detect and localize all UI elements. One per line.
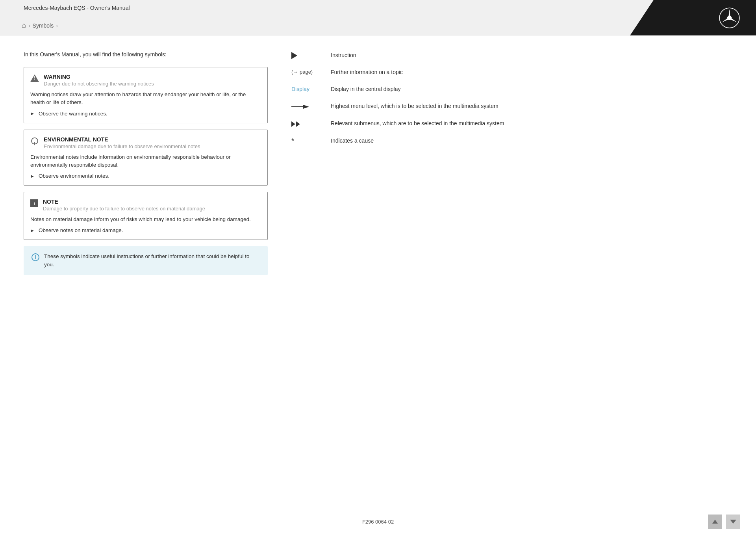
environmental-arrow-icon: ► [30,174,35,178]
environmental-instruction-text: Observe environmental notes. [39,173,109,179]
symbol-row-display: Display Display in the central display [291,85,732,93]
page-footer: F296 0064 02 [0,508,756,535]
symbol-desc-instruction: Instruction [331,51,732,59]
note-instruction-text: Observe notes on material damage. [39,227,123,233]
breadcrumb-symbols[interactable]: Symbols [33,22,54,29]
manual-title: Mercedes-Maybach EQS - Owner's Manual [24,5,130,11]
note-body: Notes on material damage inform you of r… [30,215,259,223]
symbol-desc-display: Display in the central display [331,85,732,93]
symbol-row-asterisk: * Indicates a cause [291,137,732,145]
environmental-box: ENVIRONMENTAL NOTE Environmental damage … [24,130,268,186]
symbol-icon-menu-arrow [291,102,323,111]
note-icon-box: i [30,199,38,207]
warning-subtitle: Danger due to not observing the warning … [44,81,154,87]
environmental-instruction: ► Observe environmental notes. [30,173,259,179]
warning-arrow-icon: ► [30,111,35,116]
environmental-subtitle: Environmental damage due to failure to o… [44,143,200,149]
footer-code: F296 0064 02 [257,519,498,525]
note-instruction: ► Observe notes on material damage. [30,227,259,233]
right-column: Instruction (→ page) Further information… [291,51,732,492]
note-title: NOTE [43,199,205,205]
warning-body: Warning notices draw your attention to h… [30,91,259,107]
note-title-block: NOTE Damage to property due to failure t… [43,199,205,212]
svg-marker-5 [303,105,309,109]
note-icon: i [30,199,38,207]
note-header: i NOTE Damage to property due to failure… [30,199,259,212]
page-header: Mercedes-Maybach EQS - Owner's Manual ⌂ … [0,0,756,35]
chevron-up-icon [712,520,718,524]
warning-box: WARNING Danger due to not observing the … [24,67,268,123]
environmental-title: ENVIRONMENTAL NOTE [44,136,200,143]
symbol-desc-further: Further information on a topic [331,68,732,76]
symbol-icon-play [291,51,323,59]
info-text: These symbols indicate useful instructio… [44,253,260,269]
symbol-row-instruction: Instruction [291,51,732,59]
symbol-icon-arrow-text: (→ page) [291,68,323,75]
symbol-row-menu: Highest menu level, which is to be selec… [291,102,732,111]
symbol-desc-submenu: Relevant submenus, which are to be selec… [331,119,732,128]
left-column: In this Owner's Manual, you will find th… [24,51,268,492]
warning-header: WARNING Danger due to not observing the … [30,74,259,87]
breadcrumb: ⌂ › Symbols › [22,21,58,30]
warning-instruction-text: Observe the warning notices. [39,111,107,117]
menu-arrow-icon [291,103,311,111]
symbol-icon-double-arrow [291,119,323,128]
warning-icon [30,74,39,82]
symbol-table: Instruction (→ page) Further information… [291,51,732,145]
asterisk-icon: * [291,137,294,145]
home-icon[interactable]: ⌂ [22,21,26,30]
arrow-text-icon: (→ page) [291,69,313,75]
warning-title: WARNING [44,74,154,80]
logo-area [630,0,756,35]
note-arrow-icon: ► [30,228,35,233]
note-box: i NOTE Damage to property due to failure… [24,192,268,240]
warning-title-block: WARNING Danger due to not observing the … [44,74,154,87]
double-arrow-icon [291,120,306,128]
environmental-icon [30,137,39,146]
main-content: In this Owner's Manual, you will find th… [0,35,756,508]
warning-instruction: ► Observe the warning notices. [30,111,259,117]
info-circle-icon: i [32,253,39,261]
mercedes-logo [719,7,740,29]
environmental-body: Environmental notes include information … [30,153,259,169]
info-box: i These symbols indicate useful instruct… [24,246,268,275]
symbol-icon-asterisk: * [291,137,323,145]
breadcrumb-sep2: › [56,22,58,29]
intro-text: In this Owner's Manual, you will find th… [24,51,268,58]
play-icon [291,52,297,59]
breadcrumb-sep1: › [28,22,30,29]
environmental-title-block: ENVIRONMENTAL NOTE Environmental damage … [44,136,200,149]
chevron-down-icon [730,520,736,524]
scroll-up-button[interactable] [708,515,722,529]
symbol-desc-asterisk: Indicates a cause [331,137,732,145]
symbol-row-submenu: Relevant submenus, which are to be selec… [291,119,732,128]
display-text-icon: Display [291,86,309,92]
symbol-row-further: (→ page) Further information on a topic [291,68,732,76]
svg-marker-6 [291,121,295,127]
environmental-header: ENVIRONMENTAL NOTE Environmental damage … [30,136,259,149]
symbol-desc-menu: Highest menu level, which is to be selec… [331,102,732,110]
note-subtitle: Damage to property due to failure to obs… [43,206,205,212]
symbol-icon-display: Display [291,85,323,92]
scroll-down-button[interactable] [726,515,740,529]
svg-marker-7 [296,121,300,127]
